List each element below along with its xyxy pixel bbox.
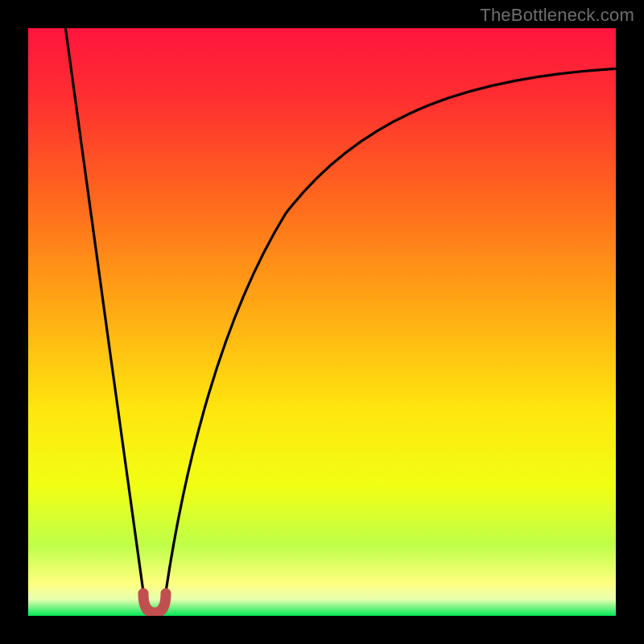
watermark-text: TheBottleneck.com bbox=[480, 5, 634, 26]
bottleneck-marker bbox=[143, 593, 166, 613]
plot-area bbox=[28, 28, 616, 616]
bottleneck-curve bbox=[28, 28, 616, 616]
chart-frame: TheBottleneck.com bbox=[0, 0, 644, 644]
